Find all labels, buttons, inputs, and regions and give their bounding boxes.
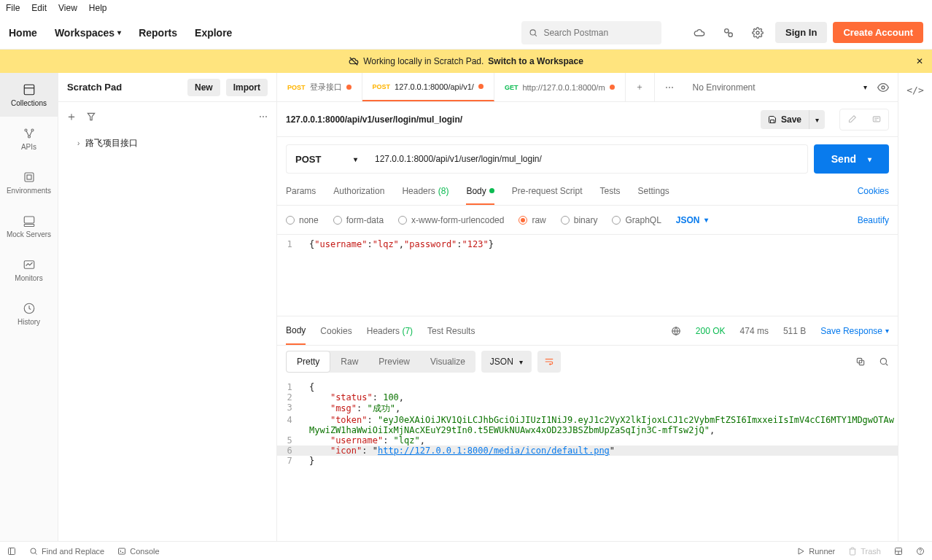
runner-button[interactable]: Runner	[796, 547, 835, 556]
menu-help[interactable]: Help	[89, 3, 107, 13]
environment-selector[interactable]: No Environment ▾	[684, 73, 898, 101]
nav-workspaces[interactable]: Workspaces ▾	[55, 27, 121, 39]
eye-icon[interactable]	[877, 82, 889, 93]
send-button[interactable]: Send ▾	[814, 144, 889, 174]
svg-marker-20	[88, 113, 94, 120]
seg-pretty[interactable]: Pretty	[286, 351, 330, 373]
save-button[interactable]: Save	[761, 110, 809, 129]
wrap-lines-button[interactable]	[537, 351, 561, 373]
search-input[interactable]	[543, 28, 654, 38]
method-select[interactable]: POST ▾	[286, 144, 366, 174]
settings-icon[interactable]	[746, 21, 769, 44]
cookies-link[interactable]: Cookies	[858, 186, 889, 196]
resp-tab-cookies[interactable]: Cookies	[320, 326, 352, 336]
tab-prerequest[interactable]: Pre-request Script	[512, 186, 583, 196]
sync-icon[interactable]	[688, 21, 711, 44]
resp-tab-headers[interactable]: Headers (7)	[367, 326, 413, 336]
new-button[interactable]: New	[187, 79, 220, 96]
raw-type-select[interactable]: JSON ▾	[676, 215, 708, 225]
method-value: POST	[295, 154, 321, 165]
resp-status: 200 OK	[696, 326, 726, 336]
url-input[interactable]: 127.0.0.1:8000/api/v1/user/login/mul_log…	[366, 144, 808, 174]
tab-overflow-button[interactable]: ⋯	[655, 73, 684, 101]
seg-visualize[interactable]: Visualize	[420, 351, 475, 373]
add-collection-icon[interactable]: ＋	[66, 109, 77, 125]
search-icon	[529, 28, 537, 38]
icon-url-link[interactable]: http://127.0.0.1:8000/media/icon/default…	[378, 446, 610, 456]
collection-item[interactable]: › 路飞项目接口	[58, 131, 276, 155]
banner-link[interactable]: Switch to a Workspace	[488, 56, 583, 66]
response-body-editor[interactable]: 1{ 2 "status": 100, 3 "msg": "成功", 4 "to…	[277, 378, 898, 516]
seg-raw[interactable]: Raw	[330, 351, 368, 373]
create-account-button[interactable]: Create Account	[833, 22, 923, 43]
svg-rect-7	[24, 85, 34, 95]
rail-monitors[interactable]: Monitors	[0, 248, 58, 292]
trash-button[interactable]: Trash	[848, 547, 881, 556]
body-urlencoded[interactable]: x-www-form-urlencoded	[398, 215, 504, 225]
code-snippet-icon[interactable]: </>	[906, 85, 923, 96]
edit-icon[interactable]	[840, 109, 863, 130]
menu-edit[interactable]: Edit	[31, 3, 47, 13]
tab-body[interactable]: Body	[466, 186, 494, 205]
find-replace-button[interactable]: Find and Replace	[29, 547, 104, 556]
console-button[interactable]: Console	[117, 547, 159, 556]
rail-apis[interactable]: APIs	[0, 117, 58, 160]
tab-authorization[interactable]: Authorization	[333, 186, 384, 196]
code-line: "icon": "http://127.0.0.1:8000/media/ico…	[309, 446, 898, 456]
beautify-link[interactable]: Beautify	[858, 215, 889, 225]
resp-tab-tests[interactable]: Test Results	[427, 326, 475, 336]
tab-2[interactable]: GET http://127.0.0.1:8000/m	[494, 73, 626, 101]
import-button[interactable]: Import	[226, 79, 268, 96]
body-binary[interactable]: binary	[561, 215, 598, 225]
save-response-link[interactable]: Save Response ▾	[820, 326, 889, 336]
body-formdata[interactable]: form-data	[333, 215, 384, 225]
unsaved-dot-icon	[478, 84, 484, 89]
search-icon[interactable]	[879, 357, 889, 367]
save-dropdown[interactable]: ▾	[809, 110, 825, 129]
tab-headers[interactable]: Headers (8)	[402, 186, 448, 196]
body-none[interactable]: none	[286, 215, 319, 225]
sidepanel-more-icon[interactable]: ⋯	[259, 112, 269, 122]
globe-icon[interactable]	[671, 326, 681, 336]
menu-file[interactable]: File	[6, 3, 20, 13]
rail-history[interactable]: History	[0, 292, 58, 335]
rail-mocks[interactable]: Mock Servers	[0, 204, 58, 248]
resp-tab-body[interactable]: Body	[286, 325, 306, 345]
new-tab-button[interactable]: ＋	[626, 73, 655, 101]
nav-reports[interactable]: Reports	[139, 27, 177, 39]
body-graphql[interactable]: GraphQL	[612, 215, 661, 225]
body-raw[interactable]: raw	[519, 215, 545, 225]
tab-params[interactable]: Params	[286, 186, 316, 196]
svg-point-5	[756, 31, 759, 34]
nav-home[interactable]: Home	[9, 27, 37, 39]
global-search[interactable]	[521, 21, 661, 44]
comment-icon[interactable]	[865, 109, 888, 130]
rail-collections[interactable]: Collections	[0, 73, 58, 117]
sidepanel-title: Scratch Pad	[67, 82, 122, 93]
tab-tests[interactable]: Tests	[599, 186, 620, 196]
output-type-select[interactable]: JSON ▾	[481, 351, 532, 373]
toggle-sidebar-button[interactable]	[7, 547, 16, 556]
menu-view[interactable]: View	[58, 3, 77, 13]
tab-method: POST	[373, 83, 391, 90]
signin-button[interactable]: Sign In	[775, 22, 827, 43]
rail-environments[interactable]: Environments	[0, 160, 58, 204]
request-body-editor[interactable]: 1 {"username":"lqz","password":"123"}	[277, 235, 898, 316]
filter-icon[interactable]	[86, 112, 96, 122]
side-panel: Scratch Pad New Import ＋ ⋯ › 路飞项目接口	[58, 73, 277, 560]
svg-marker-38	[799, 548, 804, 554]
tab-settings[interactable]: Settings	[638, 186, 669, 196]
banner-close-icon[interactable]: ✕	[916, 56, 923, 66]
svg-line-4	[728, 32, 729, 33]
help-button[interactable]	[916, 547, 925, 556]
tab-0[interactable]: POST 登录接口	[277, 73, 362, 101]
copy-icon[interactable]	[855, 357, 866, 367]
layout-button[interactable]	[894, 547, 903, 556]
nav-explore[interactable]: Explore	[195, 27, 232, 39]
rail-collections-label: Collections	[11, 99, 47, 107]
seg-preview[interactable]: Preview	[368, 351, 420, 373]
save-icon	[768, 115, 777, 124]
capture-icon[interactable]	[717, 21, 740, 44]
tab-1[interactable]: POST 127.0.0.1:8000/api/v1/	[362, 73, 494, 101]
right-rail: </>	[898, 73, 932, 560]
